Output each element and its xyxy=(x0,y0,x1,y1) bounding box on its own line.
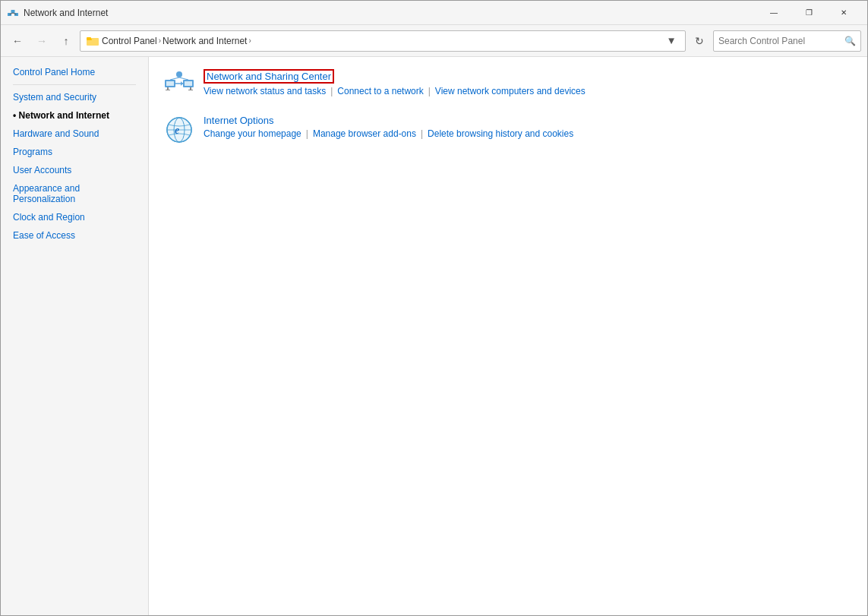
internet-options-icon: e xyxy=(164,115,194,145)
sidebar-item-appearance[interactable]: Appearance andPersonalization xyxy=(1,179,148,208)
sep-4: | xyxy=(421,128,423,139)
sep-1: | xyxy=(330,86,333,96)
svg-rect-17 xyxy=(185,81,192,86)
sidebar-item-network-internet[interactable]: Network and Internet xyxy=(1,106,148,125)
address-bar[interactable]: Control Panel › Network and Internet › ▼ xyxy=(80,30,686,52)
refresh-button[interactable]: ↻ xyxy=(689,30,710,52)
svg-text:e: e xyxy=(175,125,179,136)
sidebar-item-ease-of-access[interactable]: Ease of Access xyxy=(1,226,148,245)
main-content: Control Panel Home System and Security N… xyxy=(1,57,867,615)
internet-options-icon-svg: e xyxy=(164,115,194,145)
breadcrumb-network-internet[interactable]: Network and Internet xyxy=(163,36,247,46)
sidebar-item-system-security[interactable]: System and Security xyxy=(1,88,148,106)
network-sharing-section: Network and Sharing Center View network … xyxy=(164,69,852,100)
search-box[interactable]: 🔍 xyxy=(713,30,861,52)
svg-rect-2 xyxy=(11,10,15,13)
svg-line-20 xyxy=(179,77,188,80)
toolbar: ← → ↑ Control Panel › Network and Intern… xyxy=(1,25,867,57)
sidebar-item-user-accounts[interactable]: User Accounts xyxy=(1,161,148,179)
search-button[interactable]: 🔍 xyxy=(844,36,856,46)
address-dropdown-button[interactable]: ▼ xyxy=(664,30,679,52)
sidebar-divider-1 xyxy=(13,84,136,85)
forward-button[interactable]: → xyxy=(31,30,52,52)
maximize-button[interactable]: ❐ xyxy=(791,1,826,25)
network-sharing-icon xyxy=(164,69,194,100)
window-controls: — ❐ ✕ xyxy=(756,1,861,25)
search-input[interactable] xyxy=(718,36,841,46)
title-bar: Network and Internet — ❐ ✕ xyxy=(1,1,867,25)
svg-rect-16 xyxy=(166,81,174,86)
sidebar-item-clock-region[interactable]: Clock and Region xyxy=(1,208,148,226)
svg-line-19 xyxy=(170,77,179,80)
svg-rect-12 xyxy=(190,87,191,90)
window: Network and Internet — ❐ ✕ ← → ↑ Control… xyxy=(0,0,868,616)
sep-3: | xyxy=(306,128,308,139)
internet-options-title[interactable]: Internet Options xyxy=(204,115,274,126)
content-panel: Network and Sharing Center View network … xyxy=(149,57,867,615)
link-view-network-status[interactable]: View network status and tasks xyxy=(204,86,326,96)
svg-rect-10 xyxy=(166,90,170,90)
sep-2: | xyxy=(428,86,431,96)
link-connect-to-network[interactable]: Connect to a network xyxy=(337,86,423,96)
folder-icon xyxy=(87,35,99,47)
sidebar-item-control-panel-home[interactable]: Control Panel Home xyxy=(1,63,148,81)
network-sharing-icon-svg xyxy=(164,69,194,100)
breadcrumb: Control Panel › Network and Internet › xyxy=(102,36,661,46)
breadcrumb-control-panel[interactable]: Control Panel xyxy=(102,36,157,46)
minimize-button[interactable]: — xyxy=(756,1,791,25)
link-delete-browsing-history[interactable]: Delete browsing history and cookies xyxy=(428,128,573,139)
svg-point-18 xyxy=(176,71,182,77)
window-icon xyxy=(7,7,19,19)
sidebar: Control Panel Home System and Security N… xyxy=(1,57,149,615)
network-sharing-links: View network status and tasks | Connect … xyxy=(204,86,852,96)
link-change-homepage[interactable]: Change your homepage xyxy=(204,128,301,139)
back-button[interactable]: ← xyxy=(7,30,28,52)
window-title: Network and Internet xyxy=(24,8,756,18)
network-sharing-text: Network and Sharing Center View network … xyxy=(204,69,852,96)
internet-options-links: Change your homepage | Manage browser ad… xyxy=(204,128,852,139)
svg-rect-13 xyxy=(188,90,193,90)
sidebar-item-hardware-sound[interactable]: Hardware and Sound xyxy=(1,125,148,143)
sidebar-item-programs[interactable]: Programs xyxy=(1,143,148,161)
internet-options-section: e Internet Options Change your homepage … xyxy=(164,115,852,145)
svg-marker-15 xyxy=(181,81,183,86)
up-button[interactable]: ↑ xyxy=(55,30,77,52)
link-view-network-computers[interactable]: View network computers and devices xyxy=(435,86,586,96)
internet-options-text: Internet Options Change your homepage | … xyxy=(204,115,852,139)
svg-rect-7 xyxy=(87,37,91,39)
link-manage-browser-addons[interactable]: Manage browser add-ons xyxy=(313,128,416,139)
svg-rect-9 xyxy=(167,87,169,90)
close-button[interactable]: ✕ xyxy=(826,1,861,25)
network-sharing-title[interactable]: Network and Sharing Center xyxy=(204,69,334,84)
